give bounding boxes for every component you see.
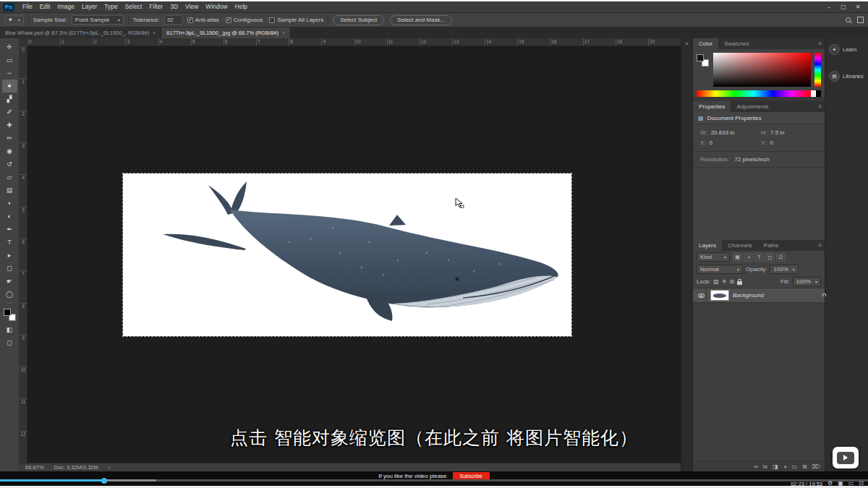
hand-tool[interactable]: ☛ bbox=[2, 275, 17, 288]
healing-brush-tool[interactable]: ✚ bbox=[2, 119, 17, 132]
dodge-tool[interactable]: ◐ bbox=[2, 210, 17, 223]
dimension-field[interactable]: X:0 bbox=[700, 140, 757, 146]
filter-pixel-layers-icon[interactable]: ▦ bbox=[733, 253, 742, 262]
panel-menu-icon[interactable]: ≡ bbox=[818, 103, 822, 110]
workspace-icon[interactable] bbox=[857, 17, 864, 23]
layer-effects-icon[interactable]: fx bbox=[763, 463, 767, 470]
opacity-dropdown[interactable]: 100% ▾ bbox=[770, 265, 798, 274]
marquee-tool[interactable]: ▭ bbox=[2, 53, 17, 67]
filter-shape-layers-icon[interactable]: ◻ bbox=[765, 253, 775, 262]
eraser-tool[interactable]: ▱ bbox=[2, 171, 17, 184]
menu-item[interactable]: View bbox=[182, 1, 202, 12]
tolerance-input[interactable]: 32 bbox=[164, 15, 183, 25]
menu-item[interactable]: Filter bbox=[145, 1, 166, 12]
canvas-area[interactable]: 012345678910111213141516171819 012345678… bbox=[20, 38, 681, 463]
screen-mode-button[interactable]: ◻ bbox=[2, 336, 17, 349]
panel-tab[interactable]: Adjustments bbox=[731, 101, 774, 112]
menu-item[interactable]: Window bbox=[202, 1, 231, 12]
blur-tool[interactable]: ◗ bbox=[2, 197, 17, 210]
option-checkbox[interactable]: Sample All Layers bbox=[269, 17, 323, 23]
tool-preset-picker[interactable]: ✶ ▾ bbox=[4, 15, 24, 25]
option-checkbox[interactable]: Anti-alias bbox=[187, 17, 219, 23]
panel-tab[interactable]: Paths bbox=[758, 240, 784, 251]
libraries-button[interactable]: ▤ Libraries bbox=[829, 71, 868, 82]
layer-mask-icon[interactable]: ◨ bbox=[773, 463, 778, 470]
layer-row-background[interactable]: Background bbox=[693, 288, 825, 303]
progress-handle[interactable] bbox=[101, 478, 107, 484]
grayscale-ramp[interactable] bbox=[811, 90, 821, 97]
close-icon[interactable]: × bbox=[153, 30, 156, 35]
panel-tab[interactable]: Color bbox=[693, 38, 718, 49]
document-tab[interactable]: Blue Whale.psd @ 67.3% (617Th+JipL._SL15… bbox=[0, 27, 161, 38]
panel-tab[interactable]: Swatches bbox=[718, 38, 755, 49]
learn-button[interactable]: ✦ Learn bbox=[829, 44, 868, 55]
dimension-field[interactable]: H:7.5 in bbox=[761, 129, 817, 136]
link-layers-icon[interactable]: ∞ bbox=[754, 463, 758, 470]
sample-size-dropdown[interactable]: Point Sample ▾ bbox=[72, 15, 124, 25]
search-icon[interactable] bbox=[846, 17, 851, 22]
progress-bar[interactable] bbox=[0, 479, 868, 481]
spectrum-ramp[interactable] bbox=[697, 90, 811, 97]
lock-position-icon[interactable]: ⊞ bbox=[729, 278, 734, 285]
panel-tab[interactable]: Properties bbox=[693, 101, 731, 112]
panel-menu-icon[interactable]: ≡ bbox=[818, 40, 822, 47]
document-image[interactable] bbox=[123, 174, 571, 336]
lock-transparency-icon[interactable]: ▨ bbox=[713, 278, 719, 285]
close-icon[interactable]: × bbox=[282, 30, 285, 35]
pen-tool[interactable]: ✒ bbox=[2, 223, 17, 236]
layer-filter-dropdown[interactable]: Kind ▾ bbox=[697, 252, 730, 262]
lasso-tool[interactable]: ∽ bbox=[2, 67, 17, 80]
document-tab[interactable]: 617Th+JipL._SL1500_.jpg @ 66.7% (RGB/8#)… bbox=[161, 27, 291, 38]
youtube-button[interactable] bbox=[833, 447, 859, 468]
layer-visibility-toggle[interactable] bbox=[696, 288, 707, 302]
type-tool[interactable]: T bbox=[2, 236, 17, 249]
zoom-level[interactable]: 66.67% bbox=[25, 464, 43, 471]
dimension-field[interactable]: W:20.833 in bbox=[700, 129, 757, 136]
history-brush-tool[interactable]: ↺ bbox=[2, 158, 17, 171]
color-ramp[interactable] bbox=[697, 90, 821, 97]
dimension-field[interactable]: Y:0 bbox=[761, 140, 817, 146]
menu-item[interactable]: Image bbox=[54, 1, 78, 12]
panel-tab[interactable]: Channels bbox=[722, 240, 758, 251]
status-arrow-icon[interactable]: › bbox=[109, 464, 111, 471]
lock-all-icon[interactable] bbox=[737, 281, 742, 285]
zoom-tool[interactable]: ◯ bbox=[2, 288, 17, 301]
select-subject-button[interactable]: Select Subject bbox=[333, 15, 384, 25]
eyedropper-tool[interactable]: ✐ bbox=[2, 106, 17, 119]
layer-name[interactable]: Background bbox=[733, 292, 764, 299]
close-button[interactable]: ✕ bbox=[851, 1, 865, 12]
select-and-mask-button[interactable]: Select and Mask... bbox=[390, 15, 452, 25]
collapse-panels-icon[interactable]: » bbox=[685, 40, 688, 47]
fill-dropdown[interactable]: 100% ▾ bbox=[793, 277, 821, 286]
menu-item[interactable]: 3D bbox=[166, 1, 182, 12]
restore-button[interactable]: ▢ bbox=[836, 1, 851, 12]
option-checkbox[interactable]: Contiguous bbox=[226, 17, 263, 23]
layer-group-icon[interactable]: ▭ bbox=[791, 463, 797, 470]
quick-mask-button[interactable]: ◧ bbox=[2, 323, 17, 336]
move-tool[interactable]: ✛ bbox=[2, 40, 17, 53]
delete-layer-icon[interactable]: ⌦ bbox=[812, 463, 820, 470]
lock-pixels-icon[interactable]: ✛ bbox=[722, 278, 727, 285]
foreground-color-swatch[interactable] bbox=[697, 54, 704, 61]
panel-tab[interactable]: Layers bbox=[693, 240, 722, 251]
gradient-tool[interactable]: ▤ bbox=[2, 184, 17, 197]
brush-tool[interactable]: ✏ bbox=[2, 132, 17, 145]
edit-toolbar-icon[interactable]: ⋯ bbox=[7, 301, 12, 306]
saturation-field[interactable] bbox=[713, 53, 811, 87]
panel-menu-icon[interactable]: ≡ bbox=[818, 242, 822, 249]
path-selection-tool[interactable]: ▸ bbox=[2, 249, 17, 262]
shape-tool[interactable]: ◻ bbox=[2, 262, 17, 275]
filter-type-layers-icon[interactable]: T bbox=[754, 253, 764, 262]
hue-slider[interactable] bbox=[814, 53, 821, 87]
adjustment-layer-icon[interactable]: ◑ bbox=[783, 463, 787, 470]
menu-item[interactable]: File bbox=[19, 1, 36, 12]
menu-item[interactable]: Edit bbox=[36, 1, 54, 12]
filter-adjustment-layers-icon[interactable]: ◑ bbox=[744, 253, 753, 262]
foreground-color-swatch[interactable] bbox=[4, 309, 11, 316]
menu-item[interactable]: Layer bbox=[78, 1, 101, 12]
menu-item[interactable]: Type bbox=[101, 1, 121, 12]
new-layer-icon[interactable]: ⊞ bbox=[802, 463, 807, 470]
menu-item[interactable]: Select bbox=[122, 1, 146, 12]
blend-mode-dropdown[interactable]: Normal ▾ bbox=[697, 265, 743, 274]
crop-tool[interactable]: ▞ bbox=[2, 93, 17, 106]
